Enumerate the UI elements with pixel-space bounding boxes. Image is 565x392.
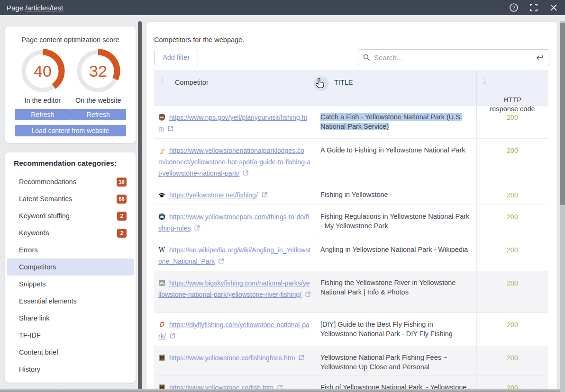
sidebar-item-keyword-stuffing[interactable]: Keyword stuffing2 [7,207,134,224]
score-card-title: Page content optimization score [15,36,126,44]
search-box[interactable] [358,49,549,65]
table-row: https://yellowstone.net/fishing/Fishing … [154,183,548,205]
competitor-url-link[interactable]: https://www.nps.gov/yell/planyourvisit/f… [158,114,307,133]
external-link-icon[interactable] [167,125,173,132]
sidebar-item-label: Keywords [19,229,49,237]
http-code-value: 200 [477,313,548,346]
page-title-text: [DIY] Guide to the Best Fly Fishing in Y… [320,321,453,338]
sidebar-item-history[interactable]: History [7,361,134,378]
sidebar-item-label: Share link [19,314,49,322]
column-header-label: HTTP response code [490,96,535,113]
column-header-competitor[interactable]: ⋮ Competitor [154,70,316,114]
competitors-table: ⋮ Competitor TITLE ⋮ HTTP response code … [154,70,548,392]
http-code-value: 200 [477,238,548,271]
column-menu-icon[interactable]: ⋮ [159,77,165,84]
competitor-url-link[interactable]: https://www.yellowstone.co/fishingfees.h… [169,354,295,362]
page-scrollbar-thumb[interactable] [560,23,565,205]
sidebar-item-recommendations[interactable]: Recommendations16 [7,173,134,190]
title-cell: Yellowstone National Park Fishing Fees ~… [316,346,477,375]
sidebar-item-latent-semantics[interactable]: Latent Semantics66 [7,190,134,207]
sidebar-item-errors[interactable]: Errors [7,241,134,258]
http-code-value: 200 [477,205,548,238]
column-header-http[interactable]: ⋮ HTTP response code [477,70,548,114]
sidebar-scrollbar[interactable] [138,21,142,390]
score-gauge-website: 32On the websiteRefresh [71,48,127,120]
title-cell: A Guide to Fishing in Yellowstone Nation… [316,139,477,183]
load-content-button[interactable]: Load content from website [15,125,126,136]
external-link-icon[interactable] [194,225,200,231]
page-scrollbar-track[interactable] [560,21,565,392]
count-badge: 2 [117,229,127,238]
search-input[interactable] [374,53,536,62]
title-cell: Fishing Regulations in Yellowstone Natio… [316,205,477,238]
http-code-value: 200 [477,271,548,312]
page-path-link[interactable]: /articles/test [25,4,63,12]
sidebar-item-snippets[interactable]: Snippets [7,276,134,293]
competitor-url-link[interactable]: https://diyflyfishing.com/yellowstone-na… [158,321,310,340]
competitor-cell: https://www.yellowstonepark.com/things-t… [154,205,316,238]
close-icon[interactable] [549,3,558,12]
table-header-row: ⋮ Competitor TITLE ⋮ HTTP response code [154,70,548,106]
refresh-button[interactable]: Refresh [71,109,127,120]
categories-card: Recommendation categories: Recommendatio… [5,152,136,383]
competitor-url-link[interactable]: https://www.yellowstonenationalparklodge… [158,147,310,177]
external-link-icon[interactable] [243,170,249,176]
external-link-icon[interactable] [298,355,304,361]
competitor-cell: https://www.bigskyfishing.com/national-p… [154,271,316,312]
return-icon [536,54,544,61]
svg-text:?: ? [512,5,515,10]
sidebar-item-label: Competitors [19,263,56,271]
sidebar-item-content-brief[interactable]: Content brief [7,344,134,361]
score-gauge-editor: 40In the editorRefresh [15,48,71,120]
help-icon[interactable]: ? [509,3,519,12]
page-label: Page [7,4,23,12]
sidebar-item-label: History [19,365,40,373]
add-filter-button[interactable]: Add filter [154,50,198,65]
column-menu-icon[interactable]: ⋮ [482,77,488,86]
http-code-value: 200 [477,183,548,205]
gauge-ring: 40 [20,48,65,94]
categories-title: Recommendation categories: [5,159,136,168]
external-link-icon[interactable] [305,291,311,297]
competitor-url-link[interactable]: https://en.wikipedia.org/wiki/Angling_in… [158,246,310,265]
svg-text:W: W [159,246,165,253]
sidebar-item-label: Essential elements [19,297,77,305]
competitor-url-link[interactable]: https://www.yellowstonepark.com/things-t… [158,213,309,232]
sidebar-item-essential-elements[interactable]: Essential elements [7,293,134,310]
table-row: Dhttps://diyflyfishing.com/yellowstone-n… [154,313,548,346]
title-cell: Fishing the Yellowstone River in Yellows… [316,271,477,312]
column-header-title[interactable]: TITLE [316,70,477,114]
sidebar-item-share-link[interactable]: Share link [7,310,134,327]
shield-mountain-icon [158,213,165,220]
svg-text:χ: χ [159,147,164,154]
count-badge: 2 [117,212,127,221]
sidebar-item-competitors[interactable]: Competitors [7,258,134,276]
gauge-ring: 32 [75,48,121,94]
refresh-button[interactable]: Refresh [15,109,71,120]
external-link-icon[interactable] [261,192,267,198]
competitor-cell: https://yellowstone.net/fishing/ [154,183,316,205]
chi-letter-icon: χ [158,147,165,154]
competitor-url-link[interactable]: https://www.bigskyfishing.com/national-p… [158,279,310,298]
sidebar-item-tf-idf[interactable]: TF-IDF [7,327,134,344]
external-link-icon[interactable] [169,333,175,339]
table-row: χhttps://www.yellowstonenationalparklodg… [154,139,548,183]
competitor-cell: χhttps://www.yellowstonenationalparklodg… [154,139,316,183]
external-link-icon[interactable] [218,258,224,264]
competitor-cell: Dhttps://diyflyfishing.com/yellowstone-n… [154,313,316,346]
sidebar-item-keywords[interactable]: Keywords2 [7,224,134,241]
d-letter-icon: D [158,321,165,328]
paw-icon [158,191,165,198]
column-header-label: Competitor [175,79,209,86]
toolbar: Add filter [154,49,549,65]
page-title-text: Fishing the Yellowstone River in Yellows… [320,279,456,296]
window-bottom-edge [0,389,565,392]
fullscreen-icon[interactable] [529,3,538,12]
table-row: Whttps://en.wikipedia.org/wiki/Angling_i… [154,238,548,271]
score-card: Page content optimization score 40In the… [5,26,136,143]
competitor-url-link[interactable]: https://yellowstone.net/fishing/ [169,191,258,199]
sidebar-item-label: Recommendations [19,178,76,186]
nps-arrowhead-icon [158,114,165,121]
competitor-cell: Whttps://en.wikipedia.org/wiki/Angling_i… [154,238,316,271]
table-row: https://www.yellowstone.co/fishingfees.h… [154,346,548,376]
